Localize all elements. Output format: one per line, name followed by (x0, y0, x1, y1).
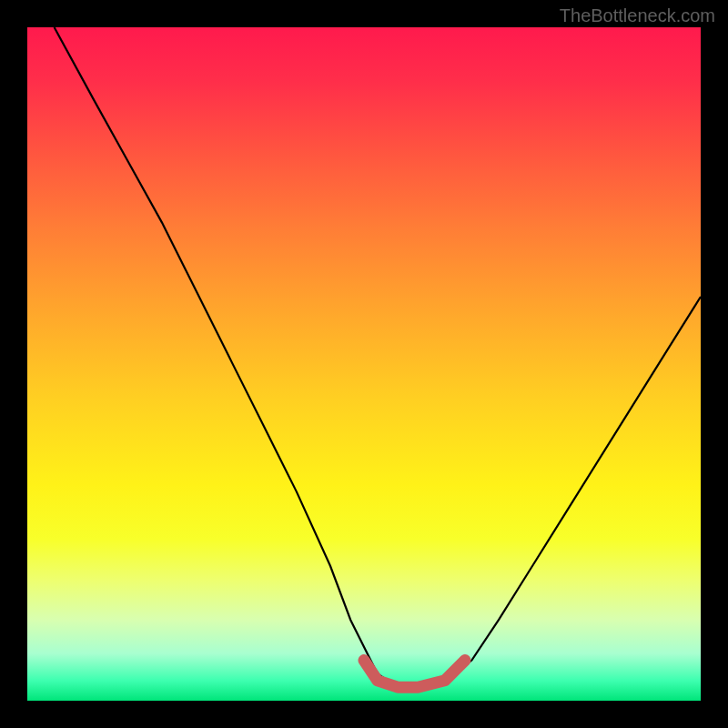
chart-plot-area (27, 27, 701, 701)
chart-svg (27, 27, 701, 701)
watermark-text: TheBottleneck.com (560, 5, 715, 26)
bottleneck-curve-line (55, 27, 701, 687)
optimal-zone-highlight (364, 661, 465, 688)
